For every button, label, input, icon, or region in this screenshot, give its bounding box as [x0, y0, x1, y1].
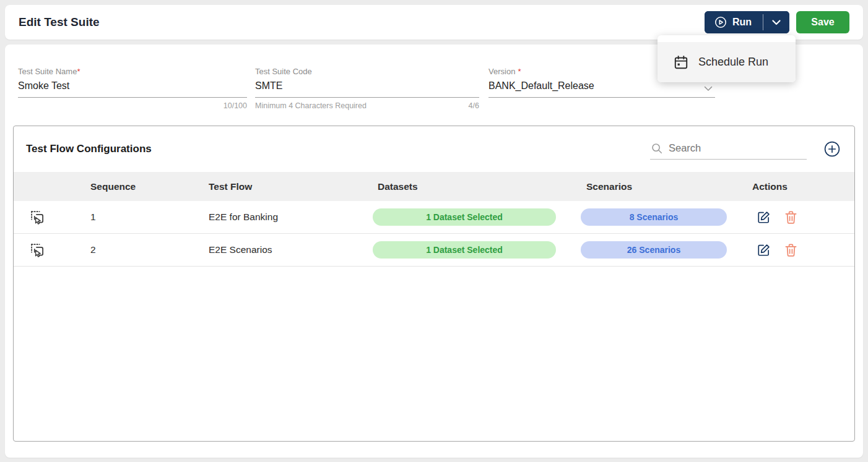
header-bar: Edit Test Suite Run: [5, 5, 863, 40]
add-test-flow-button[interactable]: [824, 141, 840, 157]
test-flow-cell: E2E for Banking: [209, 212, 373, 223]
required-asterisk: *: [518, 67, 521, 76]
column-scenarios: Scenarios: [581, 181, 752, 192]
calendar-icon: [673, 54, 689, 71]
test-suite-code-input[interactable]: [255, 76, 479, 98]
table-card-header: Test Flow Configurations: [14, 126, 854, 172]
run-dropdown-toggle[interactable]: [763, 11, 789, 33]
test-flow-cell: E2E Scenarios: [209, 244, 373, 255]
edit-icon: [757, 243, 771, 257]
table-row: 2 E2E Scenarios 1 Dataset Selected 26 Sc…: [14, 234, 854, 267]
menu-item-label: Schedule Run: [698, 56, 768, 69]
main-card: Test Suite Name* 10/100 Test Suite Code: [5, 45, 863, 458]
datasets-badge[interactable]: 1 Dataset Selected: [373, 241, 556, 259]
edit-icon: [757, 210, 771, 225]
drag-handle-icon[interactable]: [30, 210, 45, 225]
run-button[interactable]: Run: [705, 11, 763, 33]
header-actions: Run Save: [705, 11, 849, 33]
char-counter: 4/6: [469, 101, 479, 110]
card-title: Test Flow Configurations: [26, 143, 152, 155]
sequence-cell: 1: [78, 212, 209, 223]
test-flow-configurations-card: Test Flow Configurations: [13, 126, 855, 442]
test-suite-name-input[interactable]: [18, 76, 247, 98]
page: Edit Test Suite Run: [0, 0, 868, 462]
delete-button[interactable]: [784, 243, 797, 257]
field-test-suite-code: Test Suite Code Minimum 4 Characters Req…: [255, 67, 479, 110]
scenarios-badge[interactable]: 8 Scenarios: [581, 208, 727, 226]
column-actions: Actions: [752, 181, 854, 192]
field-test-suite-name: Test Suite Name* 10/100: [18, 67, 247, 110]
field-hint: Minimum 4 Characters Required: [255, 101, 367, 110]
menu-item-schedule-run[interactable]: Schedule Run: [658, 42, 796, 82]
plus-circle-icon: [824, 141, 840, 157]
edit-button[interactable]: [757, 243, 771, 257]
column-test-flow: Test Flow: [209, 181, 373, 192]
play-circle-icon: [714, 16, 727, 28]
field-meta: 10/100: [18, 101, 247, 110]
header-tools: [650, 139, 854, 160]
required-asterisk: *: [77, 67, 80, 76]
scenarios-badge[interactable]: 26 Scenarios: [581, 241, 727, 259]
chevron-down-icon[interactable]: [704, 86, 713, 92]
delete-button[interactable]: [784, 210, 797, 225]
table-header-row: Sequence Test Flow Datasets Scenarios Ac…: [14, 172, 854, 201]
column-sequence: Sequence: [78, 181, 209, 192]
edit-button[interactable]: [757, 210, 771, 225]
char-counter: 10/100: [224, 101, 247, 110]
chevron-down-icon: [772, 20, 781, 25]
run-split-button: Run: [705, 11, 789, 33]
test-suite-name-label: Test Suite Name*: [18, 67, 247, 76]
save-button[interactable]: Save: [796, 11, 849, 33]
drag-handle-icon[interactable]: [30, 242, 45, 258]
test-suite-code-label: Test Suite Code: [255, 67, 479, 76]
table-body: 1 E2E for Banking 1 Dataset Selected 8 S…: [14, 201, 854, 267]
page-title: Edit Test Suite: [19, 15, 100, 29]
run-dropdown-menu: Schedule Run: [658, 35, 796, 82]
trash-icon: [784, 210, 797, 225]
column-datasets: Datasets: [373, 181, 581, 192]
search-icon: [651, 143, 662, 154]
search-input[interactable]: [669, 142, 792, 154]
datasets-badge[interactable]: 1 Dataset Selected: [373, 208, 556, 226]
field-meta: Minimum 4 Characters Required 4/6: [255, 101, 479, 110]
table-row: 1 E2E for Banking 1 Dataset Selected 8 S…: [14, 201, 854, 234]
search-field: [650, 139, 807, 160]
run-button-label: Run: [732, 17, 752, 28]
sequence-cell: 2: [78, 244, 209, 255]
trash-icon: [784, 243, 797, 257]
